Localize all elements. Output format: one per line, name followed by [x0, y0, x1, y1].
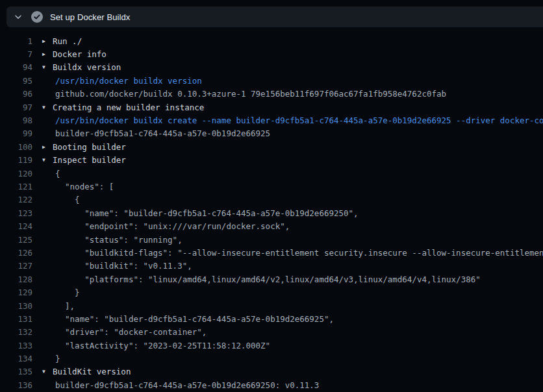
- chevron-down-icon[interactable]: [13, 12, 23, 22]
- log-line: 98 /usr/bin/docker buildx create --name …: [0, 114, 543, 127]
- line-text: BuildKit version: [53, 367, 131, 376]
- log-line: 130 ],: [0, 299, 543, 312]
- log-line[interactable]: 97 ▼ Creating a new builder instance: [0, 101, 543, 114]
- line-text: "driver": "docker-container",: [55, 327, 207, 337]
- log-line: 127 "buildkit": "v0.11.3",: [0, 260, 543, 273]
- line-number[interactable]: 7: [0, 49, 32, 59]
- line-text: "status": "running",: [55, 235, 183, 245]
- line-text: "name": "builder-d9cfb5a1-c764-445a-a57e…: [55, 208, 359, 218]
- line-number[interactable]: 135: [0, 367, 32, 376]
- line-text: "platforms": "linux/amd64,linux/amd64/v2…: [55, 275, 481, 284]
- line-number[interactable]: 125: [0, 235, 32, 245]
- log-line: 129 }: [0, 286, 543, 299]
- line-text: Run ./: [53, 36, 82, 46]
- log-line[interactable]: 7 ▶ Docker info: [0, 47, 543, 60]
- line-text: "nodes": [: [55, 182, 114, 191]
- check-circle-icon: [31, 11, 43, 23]
- group-expanded-arrow-icon: ▼: [42, 104, 53, 110]
- line-number[interactable]: 121: [0, 182, 32, 191]
- group-collapsed-arrow-icon: ▶: [42, 38, 53, 43]
- line-text: ],: [55, 301, 75, 311]
- line-text: github.com/docker/buildx 0.10.3+azure-1 …: [55, 89, 446, 99]
- line-number[interactable]: 126: [0, 248, 32, 258]
- line-number[interactable]: 124: [0, 221, 32, 231]
- actions-log-viewer: Set up Docker Buildx 1 ▶ Run ./ 7 ▶ Dock…: [0, 6, 543, 392]
- log-line: 123 "name": "builder-d9cfb5a1-c764-445a-…: [0, 206, 543, 219]
- line-text: "buildkitd-flags": "--allow-insecure-ent…: [55, 248, 543, 258]
- group-collapsed-arrow-icon: ▶: [42, 143, 53, 149]
- group-expanded-arrow-icon: ▼: [42, 157, 53, 163]
- log-line[interactable]: 119 ▼ Inspect builder: [0, 154, 543, 167]
- log-line: 134 }: [0, 352, 543, 365]
- log-line[interactable]: 94 ▼ Buildx version: [0, 61, 543, 74]
- line-text: {: [55, 195, 80, 204]
- line-number[interactable]: 1: [0, 36, 32, 46]
- line-text: "endpoint": "unix:///var/run/docker.sock…: [55, 221, 290, 231]
- log-line: 124 "endpoint": "unix:///var/run/docker.…: [0, 219, 543, 232]
- log-line: 120 {: [0, 167, 543, 180]
- log-line[interactable]: 135 ▼ BuildKit version: [0, 365, 543, 378]
- line-text: Booting builder: [53, 142, 126, 152]
- line-text: Inspect builder: [53, 155, 126, 165]
- line-text: Docker info: [53, 49, 107, 59]
- log-line: 136 builder-d9cfb5a1-c764-445a-a57e-0b19…: [0, 378, 543, 391]
- line-number[interactable]: 95: [0, 76, 32, 86]
- log-line: 133 "lastActivity": "2023-02-25T11:58:12…: [0, 339, 543, 352]
- line-number[interactable]: 127: [0, 261, 32, 271]
- line-text: /usr/bin/docker buildx version: [55, 76, 202, 86]
- log-line: 95 /usr/bin/docker buildx version: [0, 74, 543, 87]
- line-text: "lastActivity": "2023-02-25T11:58:12.000…: [55, 341, 270, 350]
- line-text: Creating a new builder instance: [53, 103, 204, 112]
- line-text: builder-d9cfb5a1-c764-445a-a57e-0b19d2e6…: [55, 129, 270, 138]
- log-line[interactable]: 1 ▶ Run ./: [0, 34, 543, 47]
- line-number[interactable]: 136: [0, 380, 32, 390]
- line-number[interactable]: 123: [0, 208, 32, 218]
- line-number[interactable]: 129: [0, 288, 32, 297]
- line-number[interactable]: 100: [0, 142, 32, 152]
- line-number[interactable]: 131: [0, 314, 32, 324]
- log-line[interactable]: 100 ▶ Booting builder: [0, 140, 543, 153]
- log-line: 125 "status": "running",: [0, 233, 543, 246]
- line-text: "buildkit": "v0.11.3",: [55, 261, 192, 271]
- line-number[interactable]: 96: [0, 89, 32, 99]
- step-header[interactable]: Set up Docker Buildx: [6, 6, 543, 27]
- line-number[interactable]: 128: [0, 275, 32, 284]
- log-line: 122 {: [0, 193, 543, 206]
- line-number[interactable]: 132: [0, 327, 32, 337]
- log-line: 126 "buildkitd-flags": "--allow-insecure…: [0, 246, 543, 259]
- log-line: 132 "driver": "docker-container",: [0, 326, 543, 339]
- line-text: }: [55, 288, 80, 297]
- line-text: Buildx version: [53, 62, 121, 72]
- line-text: "name": "builder-d9cfb5a1-c764-445a-a57e…: [55, 314, 334, 324]
- line-number[interactable]: 97: [0, 103, 32, 112]
- line-number[interactable]: 99: [0, 129, 32, 138]
- line-text: {: [55, 169, 60, 178]
- line-number[interactable]: 119: [0, 155, 32, 165]
- line-number[interactable]: 122: [0, 195, 32, 204]
- line-number[interactable]: 134: [0, 354, 32, 363]
- line-text: }: [55, 354, 60, 363]
- group-expanded-arrow-icon: ▼: [42, 64, 53, 70]
- step-title: Set up Docker Buildx: [50, 12, 130, 22]
- log-lines: 1 ▶ Run ./ 7 ▶ Docker info 94 ▼ Buildx v…: [0, 27, 543, 392]
- group-collapsed-arrow-icon: ▶: [42, 51, 53, 57]
- log-line: 121 "nodes": [: [0, 180, 543, 193]
- line-text: builder-d9cfb5a1-c764-445a-a57e-0b19d2e6…: [55, 380, 319, 390]
- line-number[interactable]: 133: [0, 341, 32, 350]
- log-line: 96 github.com/docker/buildx 0.10.3+azure…: [0, 88, 543, 101]
- line-text: /usr/bin/docker buildx create --name bui…: [55, 116, 543, 125]
- line-number[interactable]: 98: [0, 116, 32, 125]
- log-line: 131 "name": "builder-d9cfb5a1-c764-445a-…: [0, 312, 543, 325]
- group-expanded-arrow-icon: ▼: [42, 369, 53, 374]
- log-line: 99 builder-d9cfb5a1-c764-445a-a57e-0b19d…: [0, 127, 543, 140]
- log-line: 128 "platforms": "linux/amd64,linux/amd6…: [0, 273, 543, 286]
- line-number[interactable]: 120: [0, 169, 32, 178]
- line-number[interactable]: 130: [0, 301, 32, 311]
- line-number[interactable]: 94: [0, 62, 32, 72]
